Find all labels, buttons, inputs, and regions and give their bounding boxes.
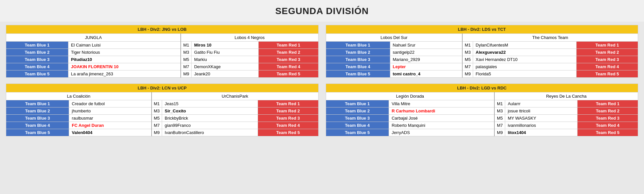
left-player-3-0: Villa Mitre bbox=[389, 100, 495, 107]
right-player-2-1: Sir_Coxito bbox=[162, 107, 258, 115]
right-player-0-0: Miros 10 bbox=[191, 42, 258, 49]
player-row-3-1: Team Blue 2R Carhumo LombardiM3josue ttr… bbox=[326, 107, 638, 115]
left-player-0-1: Tiger Notorious bbox=[68, 49, 181, 56]
player-row-2-0: Team Blue 1Creador de futbolM1Jeas15Team… bbox=[6, 100, 319, 107]
player-row-0-2: Team Blue 3Pitudiaz10M5MarkiuTeam Red 3 bbox=[6, 56, 319, 63]
page-title: SEGUNDA DIVISIÓN bbox=[0, 0, 644, 22]
slot-2-1: M3 bbox=[152, 107, 162, 115]
slot-2-4: M9 bbox=[152, 129, 162, 136]
slot-1-4: M9 bbox=[462, 70, 473, 78]
match-match4: LBH - Div2: LGD vs RDCLegión DoradaReyes… bbox=[326, 84, 638, 136]
team-left-label-1: Lobos Del Sur bbox=[326, 34, 462, 42]
blue-team-label-0-4: Team Blue 5 bbox=[6, 70, 68, 78]
red-team-label-3-4: Team Red 5 bbox=[578, 129, 638, 136]
slot-3-4: M9 bbox=[494, 129, 505, 136]
player-row-0-3: Team Blue 4JOAKIN FLORENTIN 10M7DemonXKa… bbox=[6, 63, 319, 70]
slot-3-2: M5 bbox=[494, 115, 505, 122]
right-player-0-2: Markiu bbox=[191, 56, 258, 63]
match-match3: LBH - Div2: LCN vs UCPLa CoaliciónUrChan… bbox=[6, 84, 319, 136]
slot-1-2: M5 bbox=[462, 56, 473, 63]
right-player-3-1: josue ttricoli bbox=[505, 107, 577, 115]
red-team-label-3-3: Team Red 4 bbox=[578, 122, 638, 129]
slot-1-0: M1 bbox=[462, 42, 473, 49]
left-player-3-2: Carbajal José bbox=[389, 115, 495, 122]
red-team-label-1-3: Team Red 4 bbox=[576, 63, 638, 70]
left-player-1-1: santigelp22 bbox=[390, 49, 462, 56]
slot-0-2: M5 bbox=[181, 56, 191, 63]
left-player-0-3: JOAKIN FLORENTIN 10 bbox=[68, 63, 181, 70]
right-player-2-0: Jeas15 bbox=[162, 100, 258, 107]
left-player-1-0: Nahuel Srur bbox=[390, 42, 462, 49]
slot-1-3: M7 bbox=[462, 63, 473, 70]
match-table-2: LBH - Div2: LCN vs UCPLa CoaliciónUrChan… bbox=[6, 84, 319, 136]
blue-team-label-3-3: Team Blue 4 bbox=[326, 122, 389, 129]
slot-3-3: M7 bbox=[494, 122, 505, 129]
right-player-1-4: Florida5 bbox=[473, 70, 576, 78]
player-row-1-2: Team Blue 3Mariano_2929M5Xavi Hernandez … bbox=[326, 56, 638, 63]
left-player-3-4: JerryADS bbox=[389, 129, 495, 136]
right-player-3-3: ivanmillonarios bbox=[505, 122, 577, 129]
red-team-label-2-0: Team Red 1 bbox=[258, 100, 318, 107]
left-player-2-3: FC Angel Duran bbox=[69, 122, 152, 129]
player-row-2-1: Team Blue 2jhumbertoM3Sir_CoxitoTeam Red… bbox=[6, 107, 319, 115]
red-team-label-0-4: Team Red 5 bbox=[259, 70, 318, 78]
left-player-0-2: Pitudiaz10 bbox=[68, 56, 181, 63]
player-row-0-1: Team Blue 2Tiger NotoriousM3Gatito Fiu F… bbox=[6, 49, 319, 56]
player-row-1-3: Team Blue 4LepterM7palasgialesTeam Red 4 bbox=[326, 63, 638, 70]
player-row-1-1: Team Blue 2santigelp22M3Alexguevara22Tea… bbox=[326, 49, 638, 56]
blue-team-label-0-2: Team Blue 3 bbox=[6, 56, 68, 63]
match-header-1: LBH - Div2: LDS vs TCT bbox=[326, 25, 638, 34]
right-player-2-4: IvanBultronCastillero bbox=[162, 129, 258, 136]
red-team-label-2-2: Team Red 3 bbox=[258, 115, 318, 122]
match-header-0: LBH - Div2: JNG vs LOB bbox=[6, 25, 319, 34]
slot-1-1: M3 bbox=[462, 49, 473, 56]
blue-team-label-1-1: Team Blue 2 bbox=[326, 49, 390, 56]
red-team-label-3-2: Team Red 3 bbox=[578, 115, 638, 122]
right-player-2-3: gian99Franco bbox=[162, 122, 258, 129]
red-team-label-1-2: Team Red 3 bbox=[576, 56, 638, 63]
blue-team-label-3-4: Team Blue 5 bbox=[326, 129, 389, 136]
blue-team-label-0-3: Team Blue 4 bbox=[6, 63, 68, 70]
blue-team-label-1-4: Team Blue 5 bbox=[326, 70, 390, 78]
left-player-1-2: Mariano_2929 bbox=[390, 56, 462, 63]
red-team-label-2-1: Team Red 2 bbox=[258, 107, 318, 115]
left-player-2-0: Creador de futbol bbox=[69, 100, 152, 107]
match-header-2: LBH - Div2: LCN vs UCP bbox=[6, 84, 319, 92]
blue-team-label-1-0: Team Blue 1 bbox=[326, 42, 390, 49]
left-player-0-0: El Caiman Luisi bbox=[68, 42, 181, 49]
slot-2-3: M7 bbox=[152, 122, 162, 129]
team-right-label-1: The Chamos Team bbox=[462, 34, 638, 42]
player-row-3-4: Team Blue 5JerryADSM9litox1404Team Red 5 bbox=[326, 129, 638, 136]
blue-team-label-3-0: Team Blue 1 bbox=[326, 100, 389, 107]
left-player-1-3: Lepter bbox=[390, 63, 462, 70]
red-team-label-1-0: Team Red 1 bbox=[576, 42, 638, 49]
left-player-3-1: R Carhumo Lombardi bbox=[389, 107, 495, 115]
right-player-0-3: DemonXKage bbox=[191, 63, 258, 70]
right-player-1-2: Xavi Hernandez DT10 bbox=[473, 56, 576, 63]
player-row-2-3: Team Blue 4FC Angel DuranM7gian99FrancoT… bbox=[6, 122, 319, 129]
blue-team-label-2-3: Team Blue 4 bbox=[6, 122, 69, 129]
left-player-2-4: Valen0404 bbox=[69, 129, 152, 136]
player-row-1-0: Team Blue 1Nahuel SrurM1DylanCifuentesMT… bbox=[326, 42, 638, 49]
right-player-2-2: BrickbyBrick bbox=[162, 115, 258, 122]
blue-team-label-1-2: Team Blue 3 bbox=[326, 56, 390, 63]
slot-0-4: M9 bbox=[181, 70, 191, 78]
red-team-label-2-4: Team Red 5 bbox=[258, 129, 318, 136]
red-team-label-1-1: Team Red 2 bbox=[576, 49, 638, 56]
blue-team-label-3-2: Team Blue 3 bbox=[326, 115, 389, 122]
right-player-0-4: Jeank20 bbox=[191, 70, 258, 78]
blue-team-label-3-1: Team Blue 2 bbox=[326, 107, 389, 115]
red-team-label-2-3: Team Red 4 bbox=[258, 122, 318, 129]
red-team-label-3-0: Team Red 1 bbox=[578, 100, 638, 107]
team-right-label-2: UrChanisPark bbox=[152, 92, 318, 100]
red-team-label-1-4: Team Red 5 bbox=[576, 70, 638, 78]
right-player-1-0: DylanCifuentesM bbox=[473, 42, 576, 49]
right-player-1-1: Alexguevara22 bbox=[473, 49, 576, 56]
right-player-3-2: MY WASASKY bbox=[505, 115, 577, 122]
player-row-0-4: Team Blue 5La araña jimenez_263M9Jeank20… bbox=[6, 70, 319, 78]
left-player-0-4: La araña jimenez_263 bbox=[68, 70, 181, 78]
right-player-1-3: palasgiales bbox=[473, 63, 576, 70]
team-left-label-0: JUNGLA bbox=[6, 34, 181, 42]
match-match1: LBH - Div2: JNG vs LOBJUNGLALobos 4 Negr… bbox=[6, 25, 319, 78]
slot-0-0: M1 bbox=[181, 42, 191, 49]
